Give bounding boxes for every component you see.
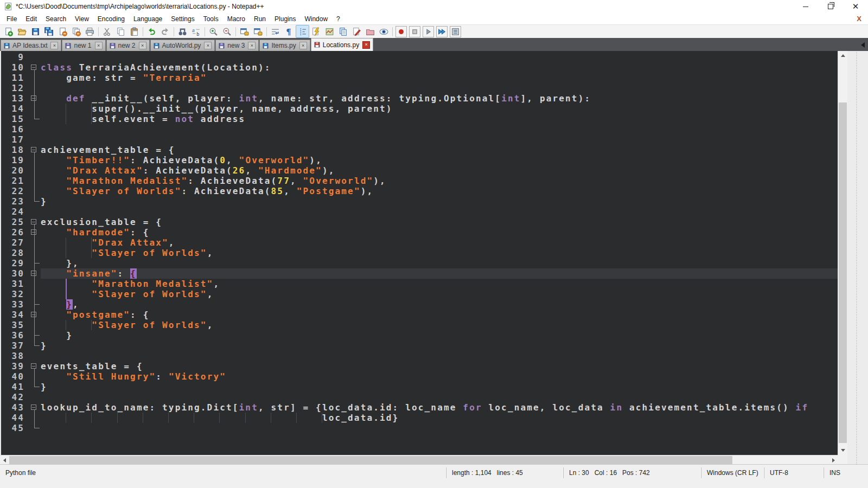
sync-horizontal-button[interactable] — [251, 25, 265, 38]
scroll-down-icon[interactable] — [838, 446, 847, 455]
scroll-up-icon[interactable] — [838, 51, 847, 60]
code-line-31[interactable]: 31 "Marathon Medalist", — [1, 279, 838, 289]
code-line-11[interactable]: 11 game: str = "Terraria" — [1, 73, 838, 83]
sync-vertical-button[interactable] — [238, 25, 251, 38]
fold-collapse-icon[interactable] — [28, 361, 41, 371]
restore-button[interactable] — [818, 0, 843, 13]
horizontal-scroll-thumb[interactable] — [9, 456, 732, 464]
menu-settings[interactable]: Settings — [167, 14, 199, 24]
code-line-24[interactable]: 24 — [1, 207, 838, 217]
code-line-14[interactable]: 14 super().__init__(player, name, addres… — [1, 104, 838, 114]
menu-language[interactable]: Language — [129, 14, 167, 24]
close-button[interactable]: ✕ — [843, 0, 868, 13]
menu-view[interactable]: View — [71, 14, 93, 24]
code-line-18[interactable]: 18achievement_table = { — [1, 145, 838, 155]
code-line-23[interactable]: 23} — [1, 196, 838, 207]
code-line-15[interactable]: 15 self.event = not address — [1, 114, 838, 124]
cut-button[interactable] — [100, 25, 114, 38]
redo-button[interactable] — [158, 25, 172, 38]
replace-button[interactable]: ab — [189, 25, 203, 38]
status-insert-mode[interactable]: INS — [824, 467, 868, 478]
tab-scroll-left-icon[interactable] — [861, 42, 865, 48]
code-line-38[interactable]: 38 — [1, 351, 838, 361]
fold-collapse-icon[interactable] — [28, 310, 41, 320]
code-line-41[interactable]: 41} — [1, 382, 838, 392]
find-button[interactable] — [176, 25, 189, 38]
menu-encoding[interactable]: Encoding — [93, 14, 129, 24]
code-lines[interactable]: 910class TerrariaAchievement(Location):1… — [1, 51, 838, 455]
zoom-out-button[interactable] — [220, 25, 234, 38]
menu-help[interactable]: ? — [332, 14, 344, 24]
status-eol-format[interactable]: Windows (CR LF) — [701, 467, 764, 478]
tab-new-1[interactable]: new 1× — [62, 40, 105, 51]
tab-close-icon[interactable]: × — [299, 42, 307, 49]
code-line-36[interactable]: 36 } — [1, 330, 838, 341]
code-line-40[interactable]: 40 "Still Hungry": "Victory" — [1, 371, 838, 382]
scroll-left-icon[interactable] — [0, 455, 9, 465]
show-all-characters-button[interactable]: ¶ — [282, 25, 296, 38]
scroll-right-icon[interactable] — [829, 455, 838, 465]
tab-close-icon[interactable]: × — [248, 42, 256, 49]
macro-save-button[interactable] — [449, 25, 462, 38]
code-line-25[interactable]: 25exclusion_table = { — [1, 217, 838, 227]
code-line-43[interactable]: 43lookup_id_to_name: typing.Dict[int, st… — [1, 402, 838, 413]
code-line-12[interactable]: 12 — [1, 83, 838, 93]
function-list-button[interactable] — [309, 25, 323, 38]
tab-locations-py[interactable]: Locations.py× — [311, 38, 373, 51]
fold-collapse-icon[interactable] — [28, 402, 41, 413]
code-line-26[interactable]: 26 "hardmode": { — [1, 227, 838, 237]
monitoring-button[interactable] — [377, 25, 391, 38]
menu-file[interactable]: File — [2, 14, 21, 24]
fold-collapse-icon[interactable] — [28, 227, 41, 237]
horizontal-scrollbar[interactable] — [0, 455, 838, 464]
macro-stop-button[interactable] — [408, 25, 422, 38]
code-line-16[interactable]: 16 — [1, 124, 838, 134]
status-encoding[interactable]: UTF-8 — [764, 467, 824, 478]
open-file-button[interactable] — [15, 25, 29, 38]
code-line-30[interactable]: 30 "insane": { — [1, 268, 838, 279]
code-line-10[interactable]: 10class TerrariaAchievement(Location): — [1, 62, 838, 73]
tab-new-3[interactable]: new 3× — [215, 40, 259, 51]
indent-guide-button[interactable] — [296, 25, 309, 38]
paste-button[interactable] — [127, 25, 141, 38]
vertical-scrollbar[interactable] — [838, 51, 847, 455]
tab-close-icon[interactable]: × — [362, 41, 370, 49]
menu-tools[interactable]: Tools — [199, 14, 223, 24]
code-line-28[interactable]: 28 "Slayer of Worlds", — [1, 248, 838, 258]
save-all-button[interactable] — [42, 25, 56, 38]
undo-button[interactable] — [145, 25, 158, 38]
fold-collapse-icon[interactable] — [28, 93, 41, 104]
code-line-9[interactable]: 9 — [1, 52, 838, 62]
macro-play-button[interactable] — [422, 25, 435, 38]
menu-search[interactable]: Search — [41, 14, 71, 24]
tab-ap-ideas-txt[interactable]: AP Ideas.txt× — [1, 40, 61, 51]
code-line-44[interactable]: 44 loc_data.id} — [1, 413, 838, 423]
menu-run[interactable]: Run — [250, 14, 270, 24]
code-line-17[interactable]: 17 — [1, 134, 838, 145]
zoom-in-button[interactable] — [207, 25, 220, 38]
save-button[interactable] — [29, 25, 42, 38]
user-defined-language-button[interactable] — [350, 25, 363, 38]
menu-window[interactable]: Window — [300, 14, 332, 24]
fold-collapse-icon[interactable] — [28, 145, 41, 155]
close-document-icon[interactable]: X — [857, 15, 861, 23]
code-line-22[interactable]: 22 "Slayer of Worlds": AchieveData(85, "… — [1, 186, 838, 196]
copy-button[interactable] — [114, 25, 127, 38]
tab-new-2[interactable]: new 2× — [106, 40, 150, 51]
tab-close-icon[interactable]: × — [204, 42, 212, 49]
code-line-37[interactable]: 37} — [1, 341, 838, 351]
code-line-27[interactable]: 27 "Drax Attax", — [1, 237, 838, 248]
code-line-19[interactable]: 19 "Timber!!": AchieveData(0, "Overworld… — [1, 155, 838, 165]
document-list-button[interactable] — [336, 25, 350, 38]
close-all-button[interactable] — [69, 25, 83, 38]
print-button[interactable] — [83, 25, 97, 38]
menu-plugins[interactable]: Plugins — [270, 14, 300, 24]
menu-edit[interactable]: Edit — [21, 14, 41, 24]
fold-collapse-icon[interactable] — [28, 62, 41, 73]
folder-as-workspace-button[interactable] — [363, 25, 377, 38]
tab-autoworld-py[interactable]: AutoWorld.py× — [150, 40, 215, 51]
tab-items-py[interactable]: Items.py× — [259, 40, 310, 51]
code-line-35[interactable]: 35 "Slayer of Worlds", — [1, 320, 838, 330]
word-wrap-button[interactable] — [269, 25, 282, 38]
tab-close-icon[interactable]: × — [50, 42, 58, 49]
